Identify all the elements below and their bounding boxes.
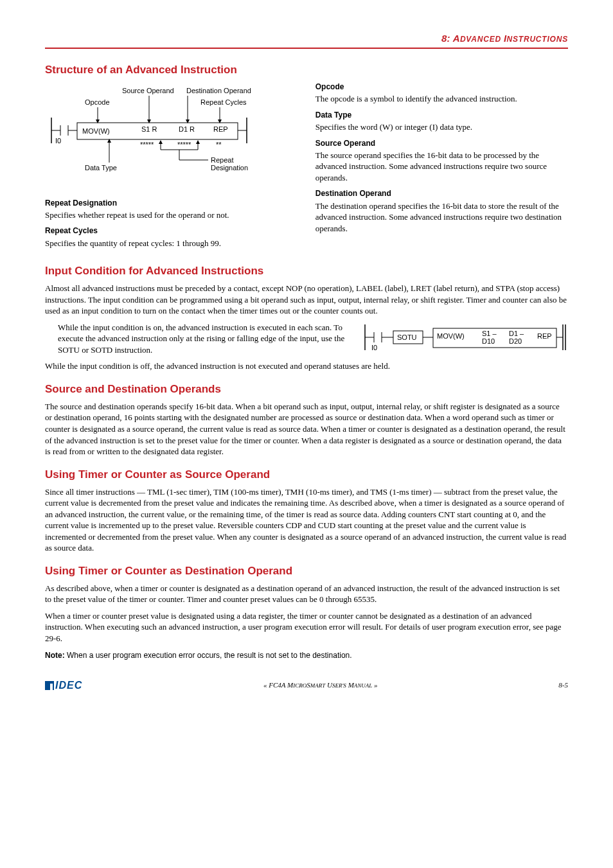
lad-rep: REP xyxy=(537,332,552,340)
p-opcode: The opcode is a symbol to identify the a… xyxy=(315,93,568,105)
section-timer-source: Using Timer or Counter as Source Operand xyxy=(45,468,568,483)
h-destination-operand: Destination Operand xyxy=(315,188,568,199)
stars-d1: ***** xyxy=(177,141,191,148)
structure-diagram: Source Operand Destination Operand Opcod… xyxy=(45,85,296,191)
footer-page: 8-5 xyxy=(558,680,568,690)
h-repeat-cycles: Repeat Cycles xyxy=(45,226,296,236)
stars-s1: ***** xyxy=(140,141,154,148)
lad-d20: D20 xyxy=(509,337,522,345)
p-input-cond-3: While the input condition is off, the ad… xyxy=(45,360,568,372)
label-source-operand: Source Operand xyxy=(122,87,174,94)
note-label: Note: xyxy=(45,651,65,660)
box-s1r: S1 R xyxy=(141,125,157,133)
label-i0: I0 xyxy=(55,137,61,145)
p-source-operand: The source operand specifies the 16-bit … xyxy=(315,150,568,184)
p-timer-dest-2: When a timer or counter preset value is … xyxy=(45,610,568,644)
h-repeat-designation: Repeat Designation xyxy=(45,198,296,208)
idec-icon xyxy=(45,681,54,690)
idec-text: IDEC xyxy=(55,678,82,693)
lad-s1: S1 – xyxy=(482,330,497,337)
p-input-cond-2: While the input condition is on, the adv… xyxy=(58,322,350,356)
chapter-title-rest1: DVANCED xyxy=(460,35,504,44)
stars-rep: ** xyxy=(216,141,222,148)
section-source-dest: Source and Destination Operands xyxy=(45,382,568,397)
label-repeat-designation2: Designation xyxy=(211,164,248,172)
p-destination-operand: The destination operand specifies the 16… xyxy=(315,200,568,235)
chapter-title-a: A xyxy=(453,33,460,44)
label-data-type: Data Type xyxy=(85,164,117,172)
lad-sotu: SOTU xyxy=(397,333,417,341)
box-rep: REP xyxy=(213,125,228,133)
chapter-title-rest2: NSTRUCTIONS xyxy=(507,35,568,44)
p-source-dest: The source and destination operands spec… xyxy=(45,401,568,457)
chapter-number: 8: xyxy=(441,33,450,44)
p-timer-dest-1: As described above, when a timer or coun… xyxy=(45,583,568,605)
label-repeat-designation1: Repeat xyxy=(211,156,233,164)
chapter-header: 8: ADVANCED INSTRUCTIONS xyxy=(45,32,568,49)
idec-logo: IDEC xyxy=(45,678,82,693)
ladder-diagram: I0 SOTU MOV(W) S1 – D10 D1 – D20 REP xyxy=(362,322,568,359)
box-d1r: D1 R xyxy=(179,125,195,133)
note-text: When a user program execution error occu… xyxy=(65,651,352,660)
box-mov: MOV(W) xyxy=(82,127,110,135)
lad-mov: MOV(W) xyxy=(437,332,465,340)
p-timer-source: Since all timer instructions — TML (1-se… xyxy=(45,486,568,554)
h-data-type: Data Type xyxy=(315,110,568,120)
h-source-operand: Source Operand xyxy=(315,138,568,148)
p-repeat-designation: Specifies whether repeat is used for the… xyxy=(45,209,296,221)
page-footer: IDEC « FC4A MICROSMART USER'S MANUAL » 8… xyxy=(45,678,568,693)
p-input-cond-1: Almost all advanced instructions must be… xyxy=(45,283,568,317)
section-structure: Structure of an Advanced Instruction xyxy=(45,63,568,78)
label-destination-operand: Destination Operand xyxy=(186,87,251,94)
note-line: Note: When a user program execution erro… xyxy=(45,650,568,661)
footer-manual: « FC4A MICROSMART USER'S MANUAL » xyxy=(82,680,558,690)
lad-i0: I0 xyxy=(371,344,377,351)
p-repeat-cycles: Specifies the quantity of repeat cycles:… xyxy=(45,238,296,249)
section-input-condition: Input Condition for Advanced Instruction… xyxy=(45,264,568,279)
label-repeat-cycles: Repeat Cycles xyxy=(200,98,247,106)
p-data-type: Specifies the word (W) or integer (I) da… xyxy=(315,121,568,133)
lad-d1: D1 – xyxy=(509,330,524,337)
lad-d10: D10 xyxy=(482,337,495,345)
section-timer-dest: Using Timer or Counter as Destination Op… xyxy=(45,564,568,579)
h-opcode: Opcode xyxy=(315,82,568,92)
label-opcode: Opcode xyxy=(85,98,110,106)
